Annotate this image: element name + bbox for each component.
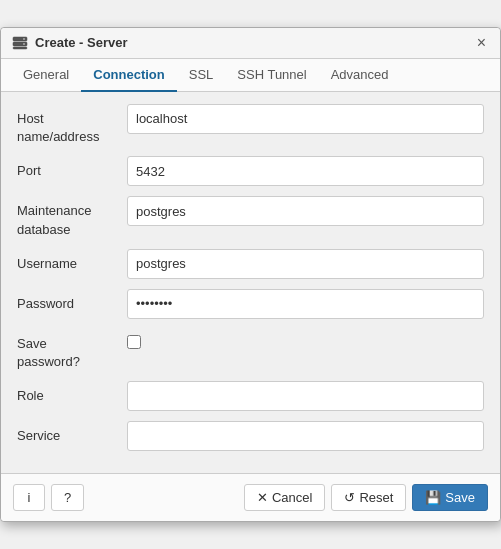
save-password-checkbox[interactable] <box>127 335 141 349</box>
server-icon <box>11 34 29 52</box>
dialog-footer: i ? ✕ Cancel ↺ Reset 💾 Save <box>1 473 500 521</box>
info-button[interactable]: i <box>13 484 45 511</box>
port-input[interactable] <box>127 156 484 186</box>
host-label: Hostname/address <box>17 104 127 146</box>
username-label: Username <box>17 249 127 273</box>
footer-left: i ? <box>13 484 84 511</box>
footer-right: ✕ Cancel ↺ Reset 💾 Save <box>244 484 488 511</box>
tab-connection[interactable]: Connection <box>81 59 177 92</box>
tab-ssl[interactable]: SSL <box>177 59 226 92</box>
dialog-title: Create - Server <box>35 35 473 50</box>
cancel-label: Cancel <box>272 490 312 505</box>
save-label: Save <box>445 490 475 505</box>
create-server-dialog: Create - Server × General Connection SSL… <box>0 27 501 522</box>
tab-ssh-tunnel[interactable]: SSH Tunnel <box>225 59 318 92</box>
cancel-button[interactable]: ✕ Cancel <box>244 484 325 511</box>
save-password-row: Savepassword? <box>17 329 484 371</box>
role-row: Role <box>17 381 484 411</box>
save-button[interactable]: 💾 Save <box>412 484 488 511</box>
maintenance-row: Maintenancedatabase <box>17 196 484 238</box>
svg-point-1 <box>23 38 25 40</box>
port-label: Port <box>17 156 127 180</box>
service-input[interactable] <box>127 421 484 451</box>
username-row: Username <box>17 249 484 279</box>
titlebar: Create - Server × <box>1 28 500 59</box>
svg-rect-4 <box>13 47 27 49</box>
role-label: Role <box>17 381 127 405</box>
password-input[interactable] <box>127 289 484 319</box>
password-row: Password <box>17 289 484 319</box>
save-password-label: Savepassword? <box>17 329 127 371</box>
save-password-checkbox-wrapper <box>127 329 141 349</box>
help-button[interactable]: ? <box>51 484 84 511</box>
reset-label: Reset <box>359 490 393 505</box>
form-body: Hostname/address Port Maintenancedatabas… <box>1 92 500 473</box>
save-icon: 💾 <box>425 490 441 505</box>
maintenance-label: Maintenancedatabase <box>17 196 127 238</box>
cancel-icon: ✕ <box>257 490 268 505</box>
port-row: Port <box>17 156 484 186</box>
service-label: Service <box>17 421 127 445</box>
reset-icon: ↺ <box>344 490 355 505</box>
maintenance-input[interactable] <box>127 196 484 226</box>
tab-bar: General Connection SSL SSH Tunnel Advanc… <box>1 59 500 92</box>
service-row: Service <box>17 421 484 451</box>
tab-advanced[interactable]: Advanced <box>319 59 401 92</box>
role-input[interactable] <box>127 381 484 411</box>
tab-general[interactable]: General <box>11 59 81 92</box>
svg-point-3 <box>23 43 25 45</box>
host-row: Hostname/address <box>17 104 484 146</box>
reset-button[interactable]: ↺ Reset <box>331 484 406 511</box>
username-input[interactable] <box>127 249 484 279</box>
host-input[interactable] <box>127 104 484 134</box>
password-label: Password <box>17 289 127 313</box>
close-button[interactable]: × <box>473 35 490 51</box>
